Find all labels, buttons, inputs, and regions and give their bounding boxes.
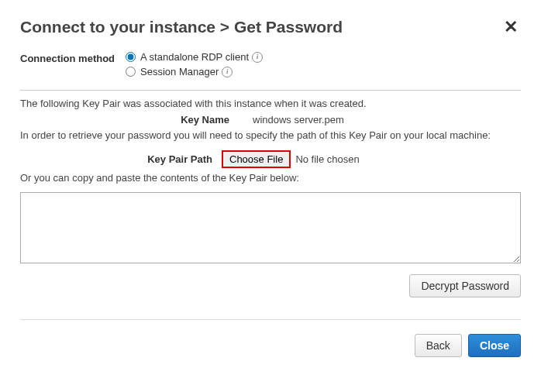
radio-ssm-label: Session Manager — [140, 66, 219, 77]
back-button[interactable]: Back — [415, 334, 462, 357]
file-status-text: No file chosen — [295, 153, 359, 165]
key-name-label: Key Name — [20, 114, 253, 126]
connection-method-options: A standalone RDP client i Session Manage… — [126, 51, 263, 77]
close-icon[interactable]: ✕ — [501, 17, 521, 37]
choose-file-button[interactable]: Choose File — [222, 150, 291, 168]
divider — [20, 90, 521, 91]
close-button[interactable]: Close — [468, 334, 521, 357]
decrypt-password-button[interactable]: Decrypt Password — [409, 274, 521, 297]
dialog-header: Connect to your instance > Get Password … — [20, 17, 521, 37]
radio-session-manager[interactable]: Session Manager i — [126, 66, 263, 77]
radio-rdp-client[interactable]: A standalone RDP client i — [126, 51, 263, 63]
key-pair-path-label: Key Pair Path — [20, 153, 222, 165]
connection-method-row: Connection method A standalone RDP clien… — [20, 51, 521, 77]
radio-rdp-label: A standalone RDP client — [140, 51, 249, 63]
info-icon[interactable]: i — [252, 52, 263, 63]
key-name-value: windows server.pem — [253, 114, 344, 126]
radio-rdp-input[interactable] — [126, 52, 136, 62]
key-pair-path-row: Key Pair Path Choose File No file chosen — [20, 150, 521, 168]
retrieve-text: In order to retrieve your password you w… — [20, 129, 521, 143]
key-name-row: Key Name windows server.pem — [20, 114, 521, 126]
radio-ssm-input[interactable] — [126, 67, 136, 77]
key-pair-textarea[interactable] — [20, 192, 521, 263]
paste-text: Or you can copy and paste the contents o… — [20, 171, 521, 185]
decrypt-row: Decrypt Password — [20, 274, 521, 297]
dialog: Connect to your instance > Get Password … — [0, 0, 541, 373]
dialog-title: Connect to your instance > Get Password — [20, 18, 343, 36]
dialog-footer: Back Close — [20, 319, 521, 357]
connection-method-label: Connection method — [20, 51, 115, 77]
intro-text: The following Key Pair was associated wi… — [20, 97, 521, 111]
info-icon[interactable]: i — [222, 67, 233, 77]
